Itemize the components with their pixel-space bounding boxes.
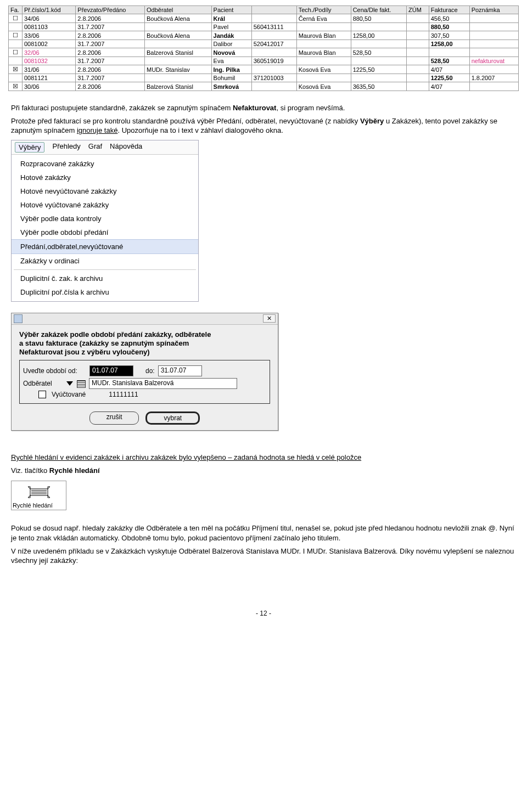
dropdown-icon[interactable] xyxy=(66,381,73,386)
label-vyuctovane: Vyúčtované xyxy=(52,391,86,398)
table-row[interactable]: 008110331.7.2007Pavel560413111880,50 xyxy=(9,23,519,31)
vyuctovane-checkbox[interactable] xyxy=(38,391,46,398)
col-header xyxy=(251,6,296,14)
menu-item[interactable]: Výběr podle období předání xyxy=(12,225,198,239)
menu-item[interactable]: Duplicitní č. zak. k archivu xyxy=(12,272,198,285)
col-header: ZÚM xyxy=(407,6,429,14)
menu-bar: Výběry Přehledy Graf Nápověda xyxy=(12,140,198,155)
col-header: Cena/Dle fakt. xyxy=(351,6,406,14)
odberatel-num: 11111111 xyxy=(109,391,138,398)
menu-bar-napoveda[interactable]: Nápověda xyxy=(110,142,142,153)
menu-item[interactable]: Hotové vyúčtované zakázky xyxy=(12,198,198,212)
paragraph-3: Viz. tlačítko Rychlé hledání xyxy=(11,466,516,476)
table-row[interactable]: ☐33/062.8.2006Boučková AlenaJandákMaurov… xyxy=(9,31,519,40)
orders-table: Fa.Př.číslo/1.kódPřevzato/PředánoOdběrat… xyxy=(8,5,519,91)
table-row[interactable]: 008100231.7.2007Dalibor5204120171258,00 xyxy=(9,40,519,48)
table-row[interactable]: 008112131.7.2007Bohumil3712010031225,501… xyxy=(9,74,519,82)
menu-item[interactable]: Hotové nevyúčtované zakázky xyxy=(12,184,198,198)
menu-bar-graf[interactable]: Graf xyxy=(88,142,102,153)
paragraph-2: Protože před fakturací se pro kontrolu s… xyxy=(11,116,516,136)
table-row[interactable]: ☒30/062.8.2006Balzerová StanislSmrkováKo… xyxy=(9,82,519,91)
table-row[interactable]: ☒31/062.8.2006MUDr. StanislavIng. PilkaK… xyxy=(9,65,519,74)
menu-separator xyxy=(14,269,196,270)
menu-item[interactable]: Rozpracované zakázky xyxy=(12,157,198,171)
table-row[interactable]: 008103231.7.2007Eva360519019528,50nefakt… xyxy=(9,57,519,65)
col-header: Odběratel xyxy=(144,6,211,14)
dialog-heading: Výběr zakázek podle období předání zakáz… xyxy=(19,330,270,357)
col-header: Fa. xyxy=(9,6,23,14)
menu-item[interactable]: Hotové zakázky xyxy=(12,171,198,184)
label-obdobi-od: Uveďte období od: xyxy=(23,367,86,375)
col-header: Převzato/Předáno xyxy=(76,6,145,14)
quick-search-icon xyxy=(28,484,50,500)
date-from-input[interactable]: 01.07.07 xyxy=(89,365,133,376)
table-row[interactable]: ☐34/062.8.2006Boučková AlenaKrálČerná Ev… xyxy=(9,14,519,23)
label-do: do: xyxy=(145,367,155,375)
odberatel-input[interactable]: MUDr. Stanislava Balzerová xyxy=(89,378,237,389)
paragraph-1: Při fakturaci postupujete standardně, za… xyxy=(11,103,516,113)
menu-bar-vybery[interactable]: Výběry xyxy=(15,142,44,153)
paragraph-5: V níže uvedeném příkladu se v Zakázkách … xyxy=(11,546,516,566)
page-number: - 12 - xyxy=(11,610,516,617)
vybrat-button[interactable]: vybrat xyxy=(145,411,200,425)
col-header: Fakturace xyxy=(429,6,469,14)
cancel-button[interactable]: zrušit xyxy=(89,411,139,425)
quick-search-button[interactable]: Rychlé hledání xyxy=(11,481,66,510)
menu-bar-prehledy[interactable]: Přehledy xyxy=(52,142,80,153)
menu-item[interactable]: Zakázky v ordinaci xyxy=(12,254,198,268)
paragraph-4: Pokud se dosud např. hledaly zakázky dle… xyxy=(11,523,516,543)
list-icon[interactable] xyxy=(77,380,86,388)
menu-item[interactable]: Předání,odběratel,nevyúčtované xyxy=(12,239,198,254)
dialog-close-button[interactable]: ✕ xyxy=(263,314,276,323)
col-header: Pacient xyxy=(211,6,251,14)
quick-search-label: Rychlé hledání xyxy=(13,502,65,509)
dialog-vyber: ✕ Výběr zakázek podle období předání zak… xyxy=(11,313,278,431)
col-header: Poznámka xyxy=(469,6,518,14)
menu-item[interactable]: Výběr podle data kontroly xyxy=(12,212,198,225)
col-header: Tech./Podíly xyxy=(296,6,351,14)
heading-rychle-hledani: Rychlé hledání v evidenci zakázek i arch… xyxy=(11,453,516,463)
date-to-input[interactable]: 31.07.07 xyxy=(158,365,202,376)
menu-vybery: Výběry Přehledy Graf Nápověda Rozpracova… xyxy=(11,140,199,302)
dialog-form: Uveďte období od: 01.07.07 do: 31.07.07 … xyxy=(19,360,270,404)
table-row[interactable]: ☐32/062.8.2006Balzerová StanislNovováMau… xyxy=(9,48,519,57)
label-odberatel: Odběratel xyxy=(23,380,63,387)
menu-item[interactable]: Duplicitní poř.čísla k archivu xyxy=(12,285,198,299)
col-header: Př.číslo/1.kód xyxy=(23,6,76,14)
dialog-app-icon xyxy=(14,314,23,323)
